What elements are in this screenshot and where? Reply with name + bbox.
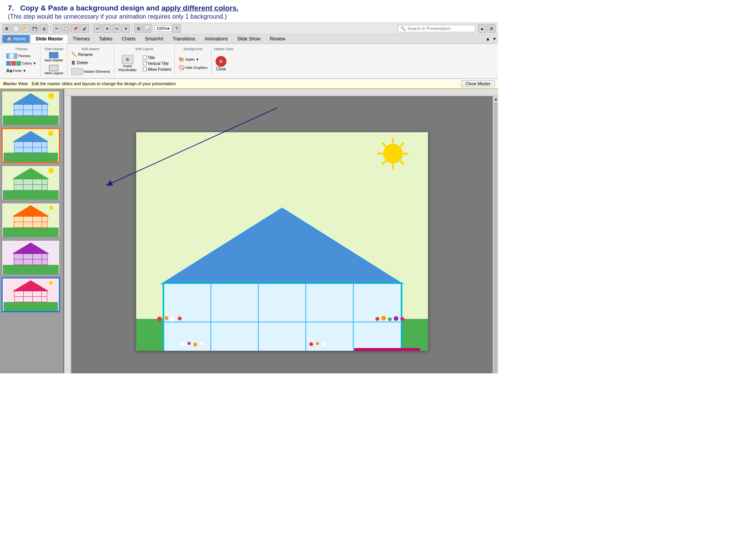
menu-themes[interactable]: Themes: [68, 35, 94, 43]
help-btn[interactable]: ?: [172, 24, 181, 33]
svg-point-35: [49, 206, 53, 210]
svg-point-90: [181, 342, 185, 346]
main-content: for(let i=0;i<20;i++){ document.currentS…: [0, 89, 498, 373]
ribbon-themes-group: Themes Themes: [2, 46, 40, 77]
undo-drop[interactable]: ▾: [103, 24, 111, 33]
svg-point-92: [193, 343, 197, 346]
collapse-icon[interactable]: ▲: [486, 36, 490, 42]
colors-btn[interactable]: Colors ▼: [5, 60, 38, 66]
search-input[interactable]: [407, 26, 470, 31]
themes-group-items: Themes Colors ▼ Aa Fonts: [5, 51, 38, 76]
menu-bar: 🏠 Home Slide Master Themes Tables Charts…: [0, 34, 498, 44]
menu-slide-master[interactable]: Slide Master: [30, 34, 68, 44]
master-view-bar-label: Master View: [3, 81, 28, 86]
menu-home[interactable]: 🏠 Home: [2, 35, 30, 43]
svg-point-84: [178, 317, 182, 320]
menu-tables[interactable]: Tables: [94, 35, 117, 43]
format-btn[interactable]: 🖌: [81, 24, 89, 33]
styles-btn[interactable]: 🎨 Styles ▼: [177, 56, 201, 63]
title-checkbox[interactable]: [143, 56, 147, 60]
sep3: [132, 25, 132, 32]
svg-rect-45: [4, 302, 58, 311]
new-layout-btn[interactable]: New Layout: [43, 64, 65, 76]
themes-btn[interactable]: Themes: [5, 52, 38, 60]
instruction-subtitle: (This step would be unnecessary if your …: [8, 13, 490, 20]
allow-footers-checkbox-item: Allow Footers: [142, 67, 172, 72]
svg-point-87: [388, 317, 392, 321]
open-btn[interactable]: 📂: [21, 24, 30, 33]
ribbon-slide-master-group: Slide Master New Master New Layout: [40, 46, 67, 77]
save-btn[interactable]: 💾: [30, 24, 39, 33]
fonts-btn[interactable]: Aa Fonts ▼: [5, 67, 38, 74]
menu-charts[interactable]: Charts: [117, 35, 140, 43]
zoom-dropdown-icon[interactable]: ▾: [167, 26, 170, 31]
menu-slideshow[interactable]: Slide Show: [232, 35, 265, 43]
slide-thumb-1[interactable]: [2, 91, 60, 126]
slides-panel: [0, 89, 64, 373]
search-box[interactable]: 🔍: [398, 25, 475, 32]
app-icon[interactable]: 🖥: [2, 24, 11, 33]
colors-label: Colors ▼: [22, 61, 36, 65]
menu-smartart[interactable]: SmartArt: [140, 35, 168, 43]
undo-btn[interactable]: ↩: [93, 24, 102, 33]
slide-thumb-4[interactable]: [2, 203, 60, 238]
svg-rect-28: [3, 228, 58, 237]
vertical-title-checkbox[interactable]: [143, 61, 147, 65]
redo-drop[interactable]: ▾: [121, 24, 130, 33]
zoom-display: 106% ▾: [154, 25, 172, 32]
edit-layout-group-label: Edit Layout: [117, 47, 172, 51]
copy-btn[interactable]: 📋: [62, 24, 70, 33]
more-options-icon[interactable]: ✦: [493, 36, 496, 42]
svg-point-85: [375, 317, 379, 321]
expand-btn[interactable]: ▲: [478, 24, 486, 33]
paste-btn[interactable]: 📌: [71, 24, 80, 33]
menu-review[interactable]: Review: [265, 35, 289, 43]
svg-point-52: [49, 281, 53, 285]
ruler-horizontal: for(let i=0;i<20;i++){ document.currentS…: [64, 89, 498, 96]
menu-animations[interactable]: Animations: [200, 35, 232, 43]
scrollbar-right[interactable]: ▲ ▼: [493, 96, 498, 373]
slide-thumb-5[interactable]: [2, 240, 60, 275]
allow-footers-checkbox[interactable]: [143, 67, 147, 71]
canvas-wrapper: for(let i=0;i<20;i++){ document.currentS…: [64, 89, 498, 373]
svg-rect-74: [163, 283, 402, 351]
hide-graphics-btn[interactable]: 🚫 Hide Graphics: [177, 64, 209, 71]
insert-table-btn[interactable]: ⊞: [134, 24, 143, 33]
new-master-btn[interactable]: New Master: [43, 51, 65, 63]
slide-master-group-label: Slide Master: [43, 47, 65, 51]
sep2: [91, 25, 91, 32]
redo-btn[interactable]: ↪: [112, 24, 121, 33]
svg-rect-19: [3, 190, 58, 200]
new-btn[interactable]: 📄: [12, 24, 20, 33]
slide-thumb-2[interactable]: [2, 128, 60, 163]
rename-btn[interactable]: ✏️ Rename: [70, 51, 112, 58]
settings-btn[interactable]: ⚙: [487, 24, 496, 33]
allow-footers-label: Allow Footers: [148, 67, 172, 72]
insert-placeholder-btn[interactable]: ⊞ InsertPlaceholder: [117, 54, 139, 73]
svg-rect-37: [3, 265, 58, 274]
svg-text:LUCAS PLAYHOUSE: LUCAS PLAYHOUSE: [366, 350, 408, 351]
instruction-title: 7. Copy & Paste a background design and …: [8, 4, 490, 12]
slide-thumb-6[interactable]: [2, 277, 60, 312]
svg-point-83: [170, 317, 175, 322]
slide-thumb-3[interactable]: [2, 165, 60, 200]
master-elements-btn[interactable]: Master Elements: [70, 67, 112, 76]
svg-point-93: [200, 342, 203, 345]
svg-rect-10: [4, 153, 58, 162]
background-items: 🎨 Styles ▼ 🚫 Hide Graphics: [177, 51, 209, 76]
print-btn[interactable]: 🖨: [40, 24, 48, 33]
delete-btn[interactable]: 🗑 Delete: [70, 59, 112, 66]
svg-point-94: [309, 342, 313, 346]
close-master-view-btn[interactable]: ✕ Close: [214, 55, 228, 72]
ribbon: Themes Themes: [0, 44, 498, 79]
cut-btn[interactable]: ✂: [53, 24, 61, 33]
svg-point-82: [165, 316, 168, 320]
edit-master-group-label: Edit Master: [70, 47, 112, 51]
scroll-up-btn[interactable]: ▲: [493, 96, 498, 102]
close-master-btn[interactable]: Close Master: [461, 80, 495, 87]
ribbon-edit-layout-group: Edit Layout ⊞ InsertPlaceholder Title Ve…: [114, 46, 175, 77]
title-checkbox-item: Title: [142, 55, 172, 60]
menu-transitions[interactable]: Transitions: [168, 35, 200, 43]
menu-right-controls: ▲ ✦: [486, 36, 496, 42]
insert-chart-btn[interactable]: 📊: [144, 24, 152, 33]
